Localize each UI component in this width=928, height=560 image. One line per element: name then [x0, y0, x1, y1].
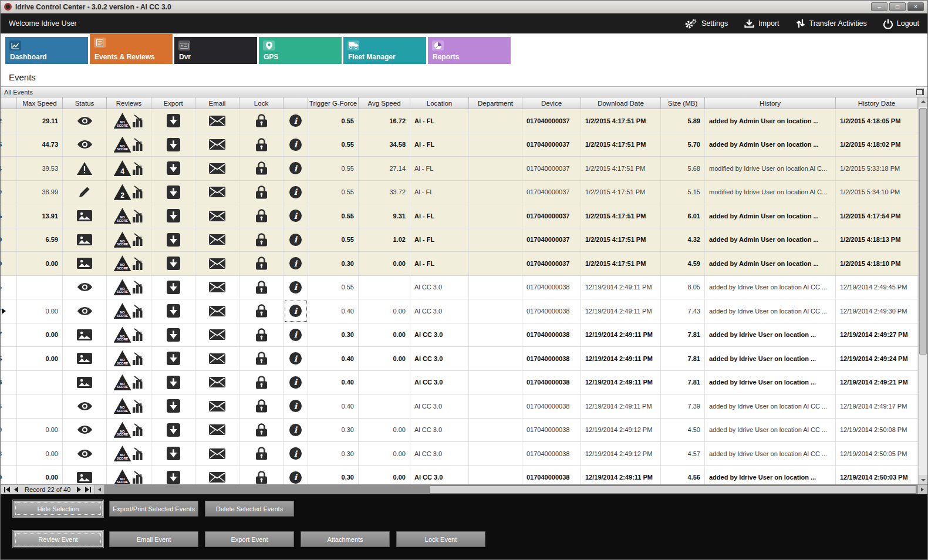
- cell-history-date[interactable]: 12/19/2014 2:50:08 PM: [836, 419, 918, 442]
- cell-reviews[interactable]: NOSCORE: [107, 419, 151, 442]
- cell-max-speed[interactable]: [17, 371, 63, 394]
- row-selector-cell[interactable]: 5: [1, 347, 17, 370]
- export-download-icon[interactable]: [167, 185, 180, 199]
- table-row[interactable]: 544.73NOSCOREi0.5534.58Al - FL0170400000…: [1, 133, 918, 157]
- cell-reviews[interactable]: NOSCORE: [107, 228, 151, 252]
- cell-device[interactable]: 017040000038: [522, 419, 581, 442]
- horizontal-scroll-thumb[interactable]: [430, 485, 916, 494]
- settings-button[interactable]: Settings: [684, 19, 728, 29]
- info-icon[interactable]: i: [289, 210, 302, 222]
- column-header-department[interactable]: Department: [469, 97, 522, 109]
- cell-size-mb[interactable]: 5.70: [661, 133, 705, 157]
- cell-email[interactable]: [195, 109, 239, 133]
- cell-export[interactable]: [151, 323, 195, 347]
- cell-location[interactable]: Al - FL: [410, 109, 469, 133]
- cell-size-mb[interactable]: 7.81: [661, 323, 705, 347]
- cell-info[interactable]: i: [284, 419, 308, 442]
- cell-status[interactable]: [63, 419, 107, 442]
- cell-device[interactable]: 017040000038: [522, 394, 581, 418]
- lock-padlock-icon[interactable]: [256, 185, 267, 199]
- row-selector-cell[interactable]: 2: [1, 109, 17, 133]
- table-row[interactable]: 5NOSCOREi0.40Al CC 3.001704000003812/19/…: [1, 394, 918, 419]
- cell-history-date[interactable]: 1/2/2015 4:18:02 PM: [836, 133, 918, 157]
- cell-download-date[interactable]: 12/19/2014 2:49:11 PM: [581, 394, 661, 418]
- scroll-down-button[interactable]: [919, 475, 927, 484]
- export-event-button[interactable]: Export Event: [205, 531, 294, 547]
- cell-device[interactable]: 017040000037: [522, 181, 581, 204]
- cell-max-speed[interactable]: 29.11: [17, 109, 63, 133]
- cell-max-speed[interactable]: 39.53: [17, 157, 63, 180]
- column-header-export[interactable]: Export: [151, 97, 195, 109]
- cell-info[interactable]: i: [284, 276, 308, 299]
- cell-status[interactable]: [63, 371, 107, 394]
- cell-history-date[interactable]: 12/19/2014 2:50:03 PM: [836, 466, 918, 485]
- cell-status[interactable]: [63, 347, 107, 370]
- cell-location[interactable]: Al CC 3.0: [410, 394, 469, 418]
- cell-max-speed[interactable]: 13.91: [17, 204, 63, 228]
- lock-padlock-icon[interactable]: [256, 328, 267, 342]
- cell-history[interactable]: modified by Idrive User on location Al C…: [705, 157, 836, 180]
- email-envelope-icon[interactable]: [209, 211, 225, 221]
- cell-status[interactable]: [63, 228, 107, 252]
- cell-trigger-gforce[interactable]: 0.55: [308, 133, 359, 157]
- cell-max-speed[interactable]: 0.00: [17, 466, 63, 485]
- cell-department[interactable]: [469, 204, 522, 228]
- email-envelope-icon[interactable]: [209, 472, 225, 483]
- cell-lock[interactable]: [239, 228, 284, 252]
- cell-size-mb[interactable]: 4.56: [661, 466, 705, 485]
- cell-avg-speed[interactable]: [359, 394, 410, 418]
- cell-location[interactable]: Al CC 3.0: [410, 419, 469, 442]
- cell-device[interactable]: 017040000037: [522, 252, 581, 275]
- cell-lock[interactable]: [239, 419, 284, 442]
- table-row[interactable]: 06.59NOSCOREi0.551.02Al - FL017040000037…: [1, 228, 918, 252]
- lock-padlock-icon[interactable]: [256, 376, 267, 389]
- info-icon[interactable]: i: [289, 471, 302, 484]
- delete-selected-events-button[interactable]: Delete Selected Events: [205, 501, 294, 517]
- cell-history[interactable]: added by Idrive User on location Al CC .…: [705, 299, 836, 323]
- cell-avg-speed[interactable]: [359, 276, 410, 299]
- table-row[interactable]: 513.91NOSCOREi0.559.31Al - FL01704000003…: [1, 204, 918, 228]
- cell-location[interactable]: Al - FL: [410, 228, 469, 252]
- cell-export[interactable]: [151, 181, 195, 204]
- cell-history[interactable]: added by Idrive User on location ...: [705, 347, 836, 370]
- cell-status[interactable]: [63, 133, 107, 157]
- cell-avg-speed[interactable]: 0.00: [359, 442, 410, 465]
- column-header-reviews[interactable]: Reviews: [107, 97, 151, 109]
- tab-dvr[interactable]: Dvr: [174, 37, 257, 64]
- export-download-icon[interactable]: [167, 471, 180, 484]
- tab-gps[interactable]: GPS: [259, 37, 342, 64]
- cell-department[interactable]: [469, 109, 522, 133]
- lock-padlock-icon[interactable]: [256, 114, 267, 127]
- cell-lock[interactable]: [239, 133, 284, 157]
- cell-history-date[interactable]: 1/2/2015 4:18:05 PM: [836, 109, 918, 133]
- review-event-button[interactable]: Review Event: [14, 531, 103, 547]
- cell-reviews[interactable]: 2: [107, 181, 151, 204]
- cell-download-date[interactable]: 12/19/2014 2:49:11 PM: [581, 299, 661, 323]
- export-download-icon[interactable]: [167, 233, 180, 247]
- cell-download-date[interactable]: 1/2/2015 4:17:51 PM: [581, 133, 661, 157]
- cell-max-speed[interactable]: 0.00: [17, 299, 63, 323]
- table-row[interactable]: 8NOSCOREi0.40Al CC 3.001704000003812/19/…: [1, 371, 918, 395]
- lock-padlock-icon[interactable]: [256, 209, 267, 222]
- cell-email[interactable]: [195, 181, 239, 204]
- cell-download-date[interactable]: 1/2/2015 4:17:51 PM: [581, 228, 661, 252]
- cell-lock[interactable]: [239, 323, 284, 347]
- export-download-icon[interactable]: [167, 161, 180, 175]
- cell-email[interactable]: [195, 276, 239, 299]
- cell-info[interactable]: i: [284, 442, 308, 465]
- cell-status[interactable]: [63, 466, 107, 485]
- export-download-icon[interactable]: [167, 138, 180, 151]
- email-envelope-icon[interactable]: [209, 306, 225, 316]
- attachments-button[interactable]: Attachments: [301, 531, 390, 547]
- cell-department[interactable]: [469, 181, 522, 204]
- cell-max-speed[interactable]: 38.99: [17, 181, 63, 204]
- cell-download-date[interactable]: 12/19/2014 2:49:11 PM: [581, 276, 661, 299]
- cell-history[interactable]: added by Idrive User on location ...: [705, 466, 836, 485]
- table-row[interactable]: 00.00NOSCOREi0.300.00Al CC 3.00170400000…: [1, 419, 918, 443]
- cell-history-date[interactable]: 1/2/2015 5:34:10 PM: [836, 181, 918, 204]
- cell-device[interactable]: 017040000037: [522, 228, 581, 252]
- cell-export[interactable]: [151, 299, 195, 323]
- row-selector-cell[interactable]: 7: [1, 323, 17, 347]
- cell-size-mb[interactable]: 4.32: [661, 228, 705, 252]
- cell-history-date[interactable]: 12/19/2014 2:50:05 PM: [836, 442, 918, 465]
